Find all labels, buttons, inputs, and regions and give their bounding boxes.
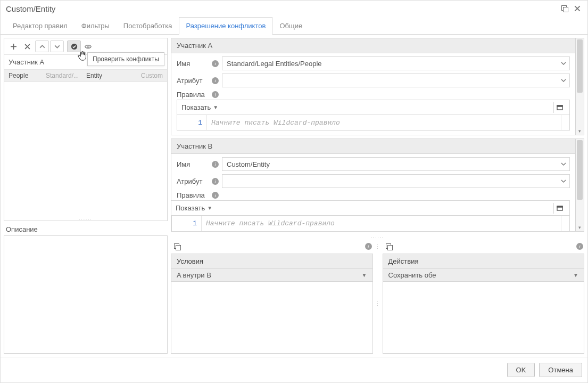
vertical-splitter[interactable] <box>376 254 379 354</box>
list-toolbar: Проверить конфликты <box>4 38 167 55</box>
info-icon[interactable] <box>212 91 219 98</box>
list-cell-custom: Custom <box>134 72 163 79</box>
actions-body <box>383 282 584 353</box>
vertical-splitter[interactable] <box>376 242 379 250</box>
list-cell-entity: Entity <box>86 72 134 79</box>
conditions-body <box>171 282 372 353</box>
move-up-button[interactable] <box>35 40 49 52</box>
name-label: Имя <box>177 160 209 168</box>
rules-bar-b: Показать ▼ <box>171 200 570 215</box>
rules-placeholder: Начните писать Wildcard-правило <box>202 216 561 231</box>
tab-conflict-resolution[interactable]: Разрешение конфликтов <box>179 17 272 35</box>
info-icon[interactable] <box>365 243 372 250</box>
rules-editor-a[interactable]: 1 Начните писать Wildcard-правило <box>177 115 570 131</box>
ok-button[interactable]: OK <box>507 363 535 377</box>
show-dropdown[interactable]: Показать ▼ <box>176 204 212 212</box>
conditions-title: Условия <box>171 254 372 269</box>
info-icon[interactable] <box>212 178 219 185</box>
description-block: Описание <box>4 224 168 354</box>
participant-a-panel: Участник A Имя Standard/Legal Entities/P… <box>171 38 584 135</box>
show-label: Показать <box>181 103 211 111</box>
window-title: Custom/Entity <box>6 4 557 13</box>
list-cell-path: Standard/... <box>46 72 86 79</box>
chevron-down-icon <box>558 158 569 170</box>
horizontal-splitter[interactable]: ······ <box>171 235 584 239</box>
scrollbar-a[interactable]: ▾ <box>575 38 584 135</box>
move-down-button[interactable] <box>50 40 64 52</box>
actions-title: Действия <box>383 254 584 269</box>
restore-icon[interactable] <box>560 4 569 13</box>
check-conflicts-button[interactable] <box>67 40 81 52</box>
line-number: 1 <box>177 115 207 130</box>
conditions-actions-row: Условия A внутри B ▼ Действия Сохранить … <box>171 254 584 354</box>
list-row[interactable]: People Standard/... Entity Custom <box>4 69 167 82</box>
add-button[interactable] <box>6 40 20 52</box>
chevron-down-icon: ▾ <box>576 225 584 230</box>
copy-icon <box>386 243 392 250</box>
info-icon[interactable] <box>212 77 219 84</box>
rules-label: Правила <box>177 91 209 99</box>
participant-a-attr-dropdown[interactable] <box>222 74 570 87</box>
participant-b-attr-dropdown[interactable] <box>222 174 570 188</box>
info-icon[interactable] <box>212 192 219 199</box>
show-dropdown[interactable]: Показать ▼ <box>181 103 218 111</box>
info-icon[interactable] <box>212 60 219 67</box>
participant-b-name-dropdown[interactable]: Custom/Entity <box>222 157 570 171</box>
chevron-down-icon <box>558 57 569 70</box>
dropdown-value <box>222 175 558 188</box>
attr-label: Атрибут <box>177 77 209 85</box>
caret-down-icon: ▼ <box>207 205 212 211</box>
list-header-label: Участник A <box>9 58 44 66</box>
scrollbar-b[interactable]: ▾ <box>575 139 584 231</box>
actions-value: Сохранить обе <box>388 271 574 279</box>
info-icon[interactable] <box>212 161 219 168</box>
participant-b-title: Участник B <box>171 139 575 154</box>
dropdown-value: Standard/Legal Entities/People <box>222 57 558 70</box>
dropdown-value: Custom/Entity <box>222 158 558 170</box>
rules-sidebar <box>561 216 569 231</box>
copy-button[interactable] <box>386 243 392 250</box>
list-body <box>4 82 167 217</box>
name-label: Имя <box>177 60 209 68</box>
description-label: Описание <box>4 224 168 235</box>
participant-a-title: Участник A <box>171 38 575 53</box>
rules-label: Правила <box>177 191 209 199</box>
scrollbar-thumb[interactable] <box>577 140 583 200</box>
right-column: Участник A Имя Standard/Legal Entities/P… <box>171 38 584 354</box>
fullscreen-button[interactable] <box>553 102 565 113</box>
fullscreen-button[interactable] <box>553 203 565 214</box>
tab-bar: Редактор правил Фильтры Постобработка Ра… <box>1 17 587 35</box>
svg-rect-3 <box>557 105 562 107</box>
participant-a-name-dropdown[interactable]: Standard/Legal Entities/People <box>222 56 570 70</box>
copy-button[interactable] <box>174 243 180 250</box>
horizontal-splitter[interactable] <box>4 217 167 221</box>
scrollbar-thumb[interactable] <box>577 39 583 93</box>
dialog-window: Custom/Entity Редактор правил Фильтры По… <box>0 0 588 383</box>
show-label: Показать <box>176 204 205 212</box>
tab-postprocessing[interactable]: Постобработка <box>117 17 179 35</box>
tab-filters[interactable]: Фильтры <box>74 17 117 35</box>
tab-rule-editor[interactable]: Редактор правил <box>6 17 74 35</box>
dropdown-value <box>222 74 558 87</box>
restore-window-icon <box>561 5 568 12</box>
description-textarea[interactable] <box>4 235 168 354</box>
actions-panel: Действия Сохранить обе ▼ <box>383 254 585 354</box>
rules-editor-b[interactable]: 1 Начните писать Wildcard-правило <box>171 215 570 231</box>
delete-button[interactable] <box>20 40 34 52</box>
main-area: Проверить конфликты Участник A People St… <box>1 35 587 357</box>
tooltip-check-conflicts: Проверить конфликты <box>87 52 164 66</box>
line-number: 1 <box>172 216 202 231</box>
chevron-down-icon <box>558 175 569 188</box>
cancel-button[interactable]: Отмена <box>539 363 582 377</box>
dialog-footer: OK Отмена <box>1 357 587 382</box>
preview-button[interactable] <box>81 40 95 52</box>
rules-placeholder: Начните писать Wildcard-правило <box>207 115 561 130</box>
info-icon[interactable] <box>576 243 583 250</box>
actions-value-row[interactable]: Сохранить обе ▼ <box>383 269 584 282</box>
rules-sidebar <box>561 115 569 130</box>
left-column: Проверить конфликты Участник A People St… <box>4 38 168 354</box>
chevron-down-icon <box>558 74 569 87</box>
close-icon[interactable] <box>573 4 582 13</box>
conditions-value-row[interactable]: A внутри B ▼ <box>171 269 372 282</box>
tab-general[interactable]: Общие <box>272 17 309 35</box>
